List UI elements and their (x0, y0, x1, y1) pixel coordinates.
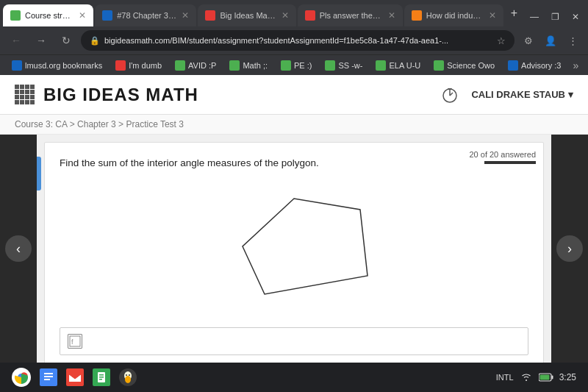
bookmark-pe[interactable]: PE :) (275, 59, 318, 72)
tab-favicon-pls-answer (305, 10, 315, 21)
tab-favicon-big-ideas (205, 10, 215, 21)
tab-favicon-how-did (412, 10, 422, 21)
profile-icon[interactable]: 👤 (541, 31, 560, 50)
svg-rect-34 (539, 375, 549, 380)
docs-icon[interactable] (40, 368, 57, 386)
breadcrumb-sep1: > (70, 119, 77, 129)
svg-rect-26 (99, 379, 102, 380)
bookmark-label-science: Science Owo (447, 61, 495, 70)
bookmark-lmusd[interactable]: lmusd.org bookmarks (6, 59, 108, 72)
bookmark-label-lmusd: lmusd.org bookmarks (25, 61, 102, 70)
tab-label-chapter3: #78 Chapter 3 P... (117, 11, 177, 20)
tab-label-how-did: How did industr... (426, 11, 484, 20)
close-button[interactable]: ✕ (566, 10, 585, 24)
reload-button[interactable]: ↻ (56, 30, 76, 51)
bookmark-icon-pe (281, 60, 291, 71)
browser-frame: Course stream ✕ #78 Chapter 3 P... ✕ Big… (0, 0, 588, 392)
breadcrumb-part2[interactable]: Chapter 3 (77, 119, 116, 129)
bookmark-ela[interactable]: ELA U-U (370, 59, 426, 72)
bookmark-label-ss: SS -w- (338, 61, 362, 70)
user-dropdown-icon: ▾ (568, 89, 573, 100)
svg-rect-24 (99, 374, 104, 376)
minimize-button[interactable]: — (525, 10, 544, 24)
back-button[interactable]: ← (6, 30, 26, 51)
extensions-icon[interactable]: ⚙ (519, 31, 538, 50)
taskbar: INTL 3:25 (0, 363, 588, 392)
prev-question-button[interactable]: ‹ (0, 135, 37, 363)
bookmark-icon-ela (376, 60, 386, 71)
bookmark-label-avid: AVID :P (188, 61, 216, 70)
svg-rect-20 (44, 379, 50, 380)
bookmark-label-pe: PE :) (294, 61, 312, 70)
tab-course-stream[interactable]: Course stream ✕ (3, 4, 93, 26)
bookmark-science[interactable]: Science Owo (428, 59, 501, 72)
answer-text-input[interactable] (88, 336, 520, 347)
answer-input-area[interactable]: f (60, 327, 528, 355)
taskbar-time: 3:25 (559, 372, 576, 382)
breadcrumb: Course 3: CA > Chapter 3 > Practice Test… (0, 115, 588, 135)
tab-chapter3[interactable]: #78 Chapter 3 P... ✕ (95, 4, 196, 26)
svg-rect-21 (66, 368, 84, 386)
tab-close-chapter3[interactable]: ✕ (182, 10, 189, 21)
svg-point-30 (129, 374, 130, 376)
svg-point-31 (125, 376, 131, 383)
svg-marker-4 (243, 199, 368, 294)
files-icon[interactable] (93, 368, 110, 386)
taskbar-lang: INTL (496, 373, 514, 382)
address-text: bigideasmath.com/BIM/student/assignment?… (104, 36, 492, 45)
address-bar-row: ← → ↻ 🔒 bigideasmath.com/BIM/student/ass… (0, 26, 588, 54)
tab-big-ideas[interactable]: Big Ideas Math... ✕ (198, 4, 295, 26)
bookmark-icon-lmusd (12, 60, 22, 71)
new-tab-button[interactable]: + (505, 4, 523, 23)
bookmark-avid[interactable]: AVID :P (169, 59, 222, 72)
bookmark-math[interactable]: Math ;: (223, 59, 273, 72)
bookmark-star-icon[interactable]: ☆ (497, 35, 506, 46)
restore-button[interactable]: ❐ (545, 10, 564, 24)
bookmark-icon-imdumb (115, 60, 126, 71)
svg-rect-25 (99, 377, 104, 378)
bookmark-label-advisory: Advisory :3 (521, 61, 561, 70)
bookmark-advisory[interactable]: Advisory :3 (502, 59, 567, 72)
user-name-button[interactable]: CALI DRAKE STAUB ▾ (471, 89, 573, 100)
tab-close-course-stream[interactable]: ✕ (79, 10, 86, 21)
svg-rect-18 (44, 373, 53, 374)
bim-logo: BIG IDEAS MATH (43, 85, 198, 105)
bookmark-imdumb[interactable]: I'm dumb (110, 59, 168, 72)
polygon-container (74, 180, 528, 313)
question-number-badge: 7 (37, 157, 41, 190)
linux-icon[interactable] (119, 368, 137, 386)
question-area: 7 20 of 20 answered Find the sum of the … (37, 135, 551, 363)
svg-text:f: f (71, 338, 74, 346)
bookmark-icon-avid (175, 60, 185, 71)
progress-text: 20 of 20 answered (469, 150, 536, 159)
timer-icon (440, 85, 459, 104)
header-right: CALI DRAKE STAUB ▾ (440, 85, 573, 104)
next-arrow-icon: › (556, 235, 583, 262)
address-box[interactable]: 🔒 bigideasmath.com/BIM/student/assignmen… (81, 30, 514, 51)
bookmark-ss[interactable]: SS -w- (319, 59, 368, 72)
tab-how-did[interactable]: How did industr... ✕ (404, 4, 503, 26)
wifi-icon (520, 371, 533, 384)
bim-grid-icon (15, 85, 35, 104)
tab-close-how-did[interactable]: ✕ (489, 10, 496, 21)
more-icon[interactable]: ⋮ (563, 31, 582, 50)
forward-button[interactable]: → (31, 30, 51, 51)
next-question-button[interactable]: › (551, 135, 588, 363)
breadcrumb-sep2: > (118, 119, 126, 129)
progress-bar (484, 161, 536, 164)
taskbar-right: INTL 3:25 (496, 371, 576, 384)
breadcrumb-part1[interactable]: Course 3: CA (15, 119, 67, 129)
gmail-icon[interactable] (66, 368, 84, 386)
chrome-icon[interactable] (12, 368, 31, 387)
breadcrumb-part3: Practice Test 3 (126, 119, 183, 129)
bookmark-label-imdumb: I'm dumb (129, 61, 162, 70)
tab-close-pls-answer[interactable]: ✕ (388, 10, 395, 21)
tab-close-big-ideas[interactable]: ✕ (282, 10, 289, 21)
answer-formula-icon: f (68, 334, 82, 349)
bookmarks-more-icon[interactable]: » (568, 58, 583, 73)
tab-label-big-ideas: Big Ideas Math... (220, 11, 276, 20)
tab-pls-answer[interactable]: Pls answer these... ✕ (298, 4, 403, 26)
window-controls: — ❐ ✕ (525, 10, 585, 26)
svg-rect-19 (44, 376, 53, 377)
battery-icon (539, 373, 553, 382)
